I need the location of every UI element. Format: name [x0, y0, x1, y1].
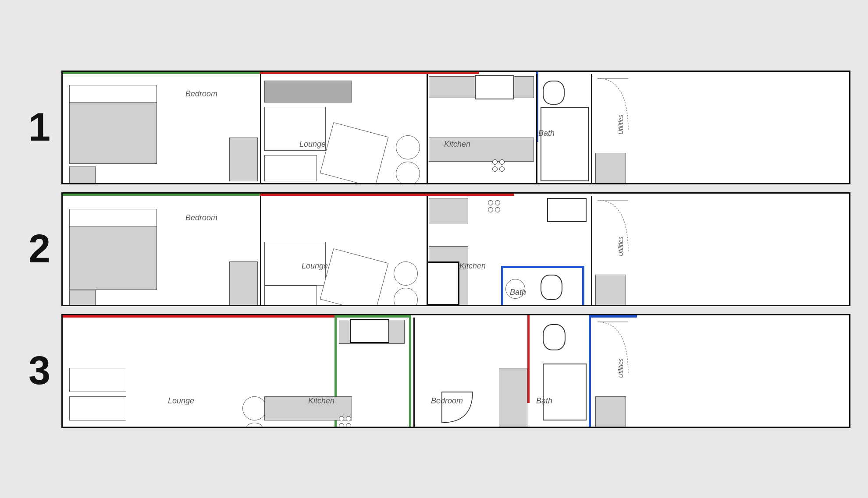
floor-plan-3: Lounge Kitchen — [61, 314, 850, 428]
kitchen-counter-bottom-1 — [429, 138, 534, 162]
util-arch-2 — [593, 196, 633, 261]
sofa-3a — [69, 368, 126, 392]
main-container: 1 Bedroom — [0, 0, 868, 498]
bath-blue-left-2 — [501, 266, 503, 306]
wardrobe-1 — [229, 138, 258, 181]
nightstand-2 — [69, 290, 96, 305]
floor-plan-2: Bedroom Lounge Kitchen — [61, 192, 850, 306]
bath-blue-bottom-3 — [589, 427, 637, 428]
bedroom-label-1: Bedroom — [185, 89, 217, 99]
floor-row-1: 1 Bedroom — [18, 71, 850, 184]
door-arc-3 — [440, 390, 475, 427]
util-arch-1 — [593, 74, 633, 140]
burners-3 — [339, 416, 351, 428]
floor-plan-1: Bedroom Lounge — [61, 71, 850, 184]
sofa-1 — [264, 107, 326, 151]
sink-2 — [547, 198, 587, 222]
coffee-table-2 — [264, 286, 317, 305]
bath-blue-left-3 — [589, 315, 591, 428]
bathtub-1 — [541, 107, 589, 181]
nightstand-1 — [69, 166, 96, 184]
util-arch-3 — [593, 318, 633, 383]
floor-number-2: 2 — [18, 226, 61, 272]
util-label-1: Utilities — [617, 81, 624, 168]
bathtub-3 — [543, 364, 587, 420]
lounge-circle-2b — [394, 288, 418, 306]
chair-1 — [320, 122, 389, 184]
burners-1 — [492, 159, 505, 172]
floor-row-2: 2 Bedroom Lounge — [18, 192, 850, 306]
toilet-3 — [543, 324, 566, 350]
toilet-2 — [541, 275, 562, 300]
bedroom-label-2: Bedroom — [185, 213, 217, 223]
floor-number-3: 3 — [18, 348, 61, 393]
sofa-2 — [264, 242, 326, 286]
tv-1 — [264, 81, 352, 102]
kitchen-green-right-3 — [409, 315, 411, 427]
floor-number-1: 1 — [18, 105, 61, 150]
floor-row-3: 3 Lounge — [18, 314, 850, 428]
util-wall-1 — [591, 74, 592, 184]
bedroom-left-wall-3 — [413, 318, 415, 428]
lounge-circle-3b — [242, 423, 267, 428]
pillow-2 — [69, 209, 157, 226]
coffee-table-1 — [264, 155, 317, 181]
pillow-1 — [69, 85, 157, 102]
sink-1 — [475, 75, 514, 99]
bath-blue-right-2 — [582, 266, 584, 306]
kitchen-wall-1 — [427, 74, 428, 184]
kitchen-green-bottom-3 — [334, 427, 411, 428]
burners-2 — [488, 200, 500, 212]
bedroom-red-right-3 — [527, 315, 530, 403]
bath-blue-top-2 — [501, 266, 584, 268]
sink-3 — [350, 319, 389, 343]
sofa-3b — [69, 396, 126, 420]
util-label-2: Utilities — [617, 202, 624, 290]
lounge-circle-3a — [242, 396, 267, 420]
bath-wall-1 — [536, 74, 537, 184]
lounge-circle-1b — [396, 162, 420, 184]
fridge-2 — [429, 198, 468, 224]
basin-2 — [505, 279, 525, 299]
wardrobe-3 — [499, 368, 527, 427]
util-label-3: Utilities — [617, 324, 624, 412]
chair-2 — [320, 248, 389, 306]
lounge-circle-1a — [396, 135, 420, 159]
door-2 — [427, 261, 459, 305]
lounge-label-3: Lounge — [168, 396, 194, 406]
lounge-circle-2a — [394, 261, 418, 286]
wardrobe-2 — [229, 261, 258, 305]
toilet-1 — [543, 81, 565, 105]
